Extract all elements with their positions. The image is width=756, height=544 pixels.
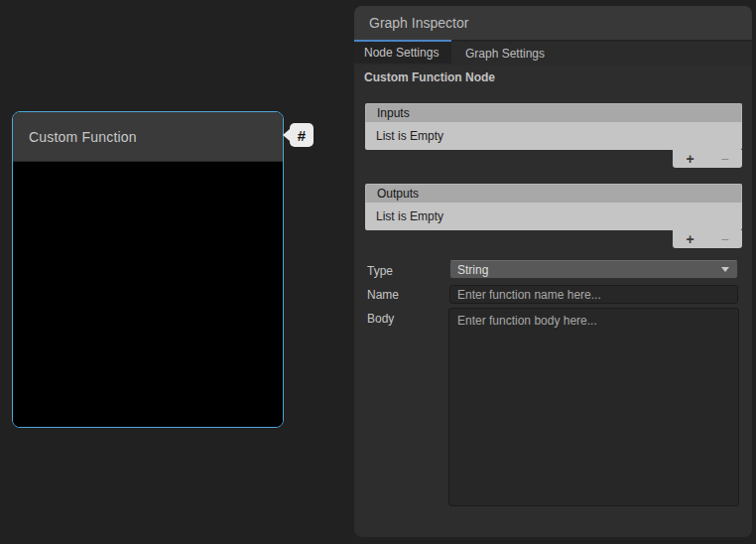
shader-graph-window: Custom Function # Graph Inspector Node S… <box>0 0 756 544</box>
node-header[interactable]: Custom Function <box>13 112 283 162</box>
inputs-list-header[interactable]: Inputs <box>365 103 742 122</box>
type-field-label: Type <box>367 264 393 278</box>
tab-node-settings-label: Node Settings <box>364 46 439 60</box>
inputs-empty-row: List is Empty <box>365 122 742 150</box>
node-title: Custom Function <box>13 129 137 145</box>
outputs-empty-label: List is Empty <box>376 209 443 223</box>
inspector-titlebar[interactable]: Graph Inspector <box>354 6 752 40</box>
outputs-empty-row: List is Empty <box>365 203 742 230</box>
body-field-label: Body <box>367 312 394 326</box>
type-dropdown[interactable]: String <box>449 260 738 279</box>
node-settings-heading: Custom Function Node <box>364 70 495 84</box>
function-name-input[interactable] <box>449 285 738 304</box>
node-preview-area <box>13 163 283 427</box>
chevron-down-icon <box>721 267 729 272</box>
tab-node-settings[interactable]: Node Settings <box>354 40 451 64</box>
outputs-list-footer: + − <box>673 230 742 248</box>
outputs-list-title: Outputs <box>377 187 419 201</box>
custom-function-node[interactable]: Custom Function <box>12 111 284 428</box>
inputs-list-title: Inputs <box>377 106 410 120</box>
function-body-input[interactable] <box>448 308 739 506</box>
node-hash-badge[interactable]: # <box>290 123 314 147</box>
add-output-button[interactable]: + <box>676 230 705 248</box>
tab-graph-settings[interactable]: Graph Settings <box>451 42 559 66</box>
inspector-tabbar: Node Settings Graph Settings <box>354 40 752 66</box>
tab-graph-settings-label: Graph Settings <box>465 47 545 61</box>
outputs-list: Outputs List is Empty + − <box>365 184 742 230</box>
graph-inspector-panel: Graph Inspector Node Settings Graph Sett… <box>354 6 752 537</box>
remove-input-button[interactable]: − <box>710 150 740 168</box>
inspector-title: Graph Inspector <box>354 15 468 31</box>
name-field-label: Name <box>367 288 399 302</box>
outputs-list-header[interactable]: Outputs <box>365 184 742 203</box>
type-dropdown-value: String <box>450 263 721 277</box>
hash-icon: # <box>298 128 306 143</box>
inputs-empty-label: List is Empty <box>376 129 443 143</box>
badge-tail-icon <box>283 129 290 141</box>
add-input-button[interactable]: + <box>676 150 705 168</box>
inputs-list-footer: + − <box>673 150 742 168</box>
remove-output-button[interactable]: − <box>710 230 740 248</box>
inputs-list: Inputs List is Empty + − <box>365 103 742 150</box>
